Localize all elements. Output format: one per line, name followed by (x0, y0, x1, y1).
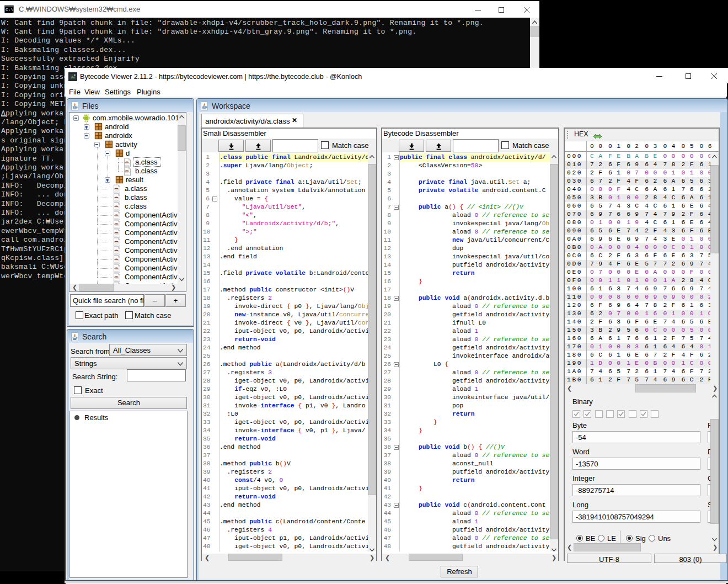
svg-text:C:\: C:\ (6, 7, 14, 12)
